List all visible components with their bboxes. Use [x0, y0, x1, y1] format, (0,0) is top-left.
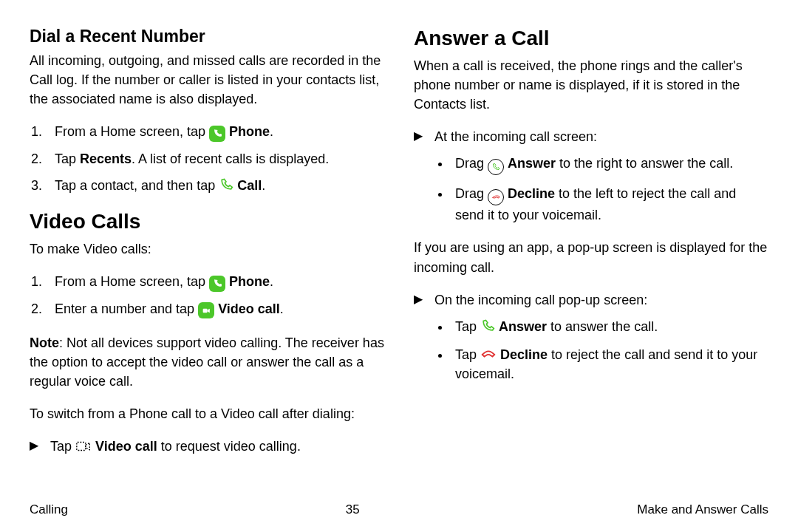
incoming-sublist: Drag Answer to the right to answer the c…	[434, 154, 768, 225]
list-item: From a Home screen, tap Phone.	[46, 272, 384, 292]
video-calls-heading: Video Calls	[30, 210, 384, 233]
step-text: Tap	[455, 319, 480, 334]
step-text: Tap	[55, 151, 80, 166]
list-item: Tap Decline to reject the call and send …	[451, 345, 768, 383]
step-bold: Decline	[500, 347, 548, 362]
answer-intro: When a call is received, the phone rings…	[414, 56, 768, 114]
step-text: .	[270, 124, 273, 139]
list-item: ▶ On the incoming call pop-up screen: Ta…	[414, 290, 768, 383]
list-item: ▶ Tap Video call to request video callin…	[30, 437, 384, 456]
decline-icon	[480, 346, 497, 362]
dial-recent-steps: From a Home screen, tap Phone. Tap Recen…	[30, 122, 384, 195]
list-item: Enter a number and tap Video call.	[46, 299, 384, 319]
step-text: Tap	[455, 347, 480, 362]
step-text: .	[262, 178, 265, 193]
step-bold: Decline	[508, 186, 555, 201]
page-footer: Calling 35 Make and Answer Calls	[30, 502, 768, 517]
svg-rect-1	[77, 443, 86, 451]
left-column: Dial a Recent Number All incoming, outgo…	[30, 27, 384, 494]
step-text: At the incoming call screen:	[434, 129, 597, 144]
footer-left: Calling	[30, 502, 68, 517]
step-text: to the right to answer the call.	[556, 156, 733, 171]
video-switch-intro: To switch from a Phone call to a Video c…	[30, 404, 384, 423]
note-text: : Not all devices support video calling.…	[30, 335, 384, 389]
list-item: Tap a contact, and then tap Call.	[46, 176, 384, 195]
popup-list: ▶ On the incoming call pop-up screen: Ta…	[414, 290, 768, 383]
video-intro: To make Video calls:	[30, 239, 384, 259]
phone-icon	[209, 276, 225, 292]
video-switch-list: ▶ Tap Video call to request video callin…	[30, 437, 384, 456]
call-icon	[219, 177, 233, 192]
video-call-icon	[198, 302, 214, 318]
step-text: From a Home screen, tap	[55, 124, 209, 139]
step-text: Tap a contact, and then tap	[55, 178, 219, 193]
note-label: Note	[30, 335, 59, 350]
video-call-outline-icon	[75, 440, 92, 453]
step-text: Tap	[50, 439, 75, 454]
right-column: Answer a Call When a call is received, t…	[414, 27, 768, 494]
list-item: Drag Answer to the right to answer the c…	[451, 154, 768, 175]
video-steps: From a Home screen, tap Phone. Enter a n…	[30, 272, 384, 318]
list-item: From a Home screen, tap Phone.	[46, 122, 384, 142]
step-bold: Answer	[499, 319, 547, 334]
svg-rect-0	[202, 308, 207, 312]
popup-intro: If you are using an app, a pop-up screen…	[414, 238, 768, 276]
phone-icon	[209, 126, 225, 142]
step-bold: Recents	[80, 151, 132, 166]
incoming-list: ▶ At the incoming call screen: Drag Answ…	[414, 127, 768, 225]
list-item: Drag Decline to the left to reject the c…	[451, 184, 768, 225]
list-item: Tap Recents. A list of recent calls is d…	[46, 149, 384, 168]
step-bold: Call	[237, 178, 262, 193]
step-text: .	[280, 301, 284, 316]
step-text: to request video calling.	[157, 439, 301, 454]
list-item: ▶ At the incoming call screen: Drag Answ…	[414, 127, 768, 225]
step-bold: Video call	[218, 301, 280, 316]
step-text: Drag	[455, 156, 488, 171]
footer-right: Make and Answer Calls	[637, 502, 768, 517]
step-bold: Answer	[508, 156, 556, 171]
arrow-icon: ▶	[414, 290, 423, 307]
dial-recent-heading: Dial a Recent Number	[30, 27, 384, 47]
step-text: Enter a number and tap	[55, 301, 198, 316]
list-item: Tap Answer to answer the call.	[451, 317, 768, 336]
answer-call-heading: Answer a Call	[414, 27, 768, 50]
answer-icon	[480, 318, 495, 333]
decline-circle-icon	[488, 189, 504, 205]
step-bold: Phone	[229, 124, 270, 139]
video-note: Note: Not all devices support video call…	[30, 333, 384, 391]
step-bold: Video call	[95, 439, 157, 454]
arrow-icon: ▶	[30, 437, 38, 454]
dial-recent-intro: All incoming, outgoing, and missed calls…	[30, 51, 384, 109]
step-text: Drag	[455, 186, 488, 201]
step-text: From a Home screen, tap	[55, 274, 209, 289]
step-text: .	[270, 274, 273, 289]
step-text: to answer the call.	[547, 319, 658, 334]
popup-sublist: Tap Answer to answer the call. Tap Decli…	[434, 317, 768, 383]
footer-page-number: 35	[346, 502, 360, 517]
step-bold: Phone	[229, 274, 270, 289]
arrow-icon: ▶	[414, 127, 423, 144]
step-text: . A list of recent calls is displayed.	[132, 151, 329, 166]
answer-circle-icon	[488, 159, 504, 175]
step-text: On the incoming call pop-up screen:	[434, 293, 647, 307]
